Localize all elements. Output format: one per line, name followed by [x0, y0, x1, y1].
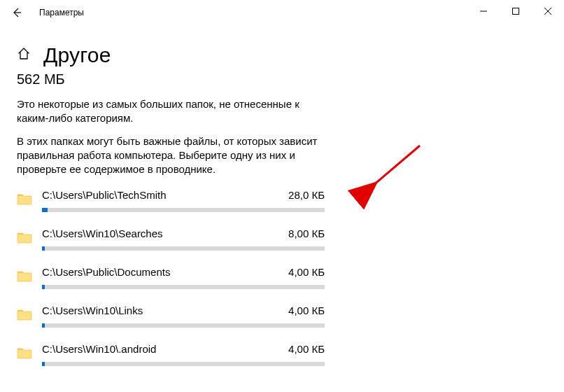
window-title: Параметры	[39, 8, 84, 18]
maximize-button[interactable]	[500, 0, 532, 22]
folder-body: C:\Users\Win10\Links 4,00 КБ	[42, 304, 325, 328]
description-1: Это некоторые из самых больших папок, не…	[17, 97, 325, 126]
folder-icon	[17, 227, 32, 244]
usage-bar-fill	[42, 246, 45, 251]
folder-icon	[17, 266, 32, 283]
folder-size: 4,00 КБ	[288, 343, 325, 355]
heading-row: Другое	[17, 43, 547, 67]
folder-size: 4,00 КБ	[288, 266, 325, 278]
folder-size: 28,0 КБ	[288, 189, 325, 201]
usage-bar-fill	[42, 208, 48, 212]
close-button[interactable]	[532, 0, 564, 22]
content-area: Другое 562 МБ Это некоторые из самых бол…	[0, 25, 564, 366]
titlebar: Параметры	[0, 0, 564, 25]
folder-icon	[17, 343, 32, 360]
usage-bar-fill	[42, 362, 45, 366]
folder-icon	[17, 304, 32, 321]
folder-path: C:\Users\Win10\Searches	[42, 227, 163, 239]
folder-body: C:\Users\Public\TechSmith 28,0 КБ	[42, 189, 325, 212]
usage-bar-track	[42, 285, 325, 289]
usage-bar-track	[42, 246, 325, 251]
description-2: В этих папках могут быть важные файлы, о…	[17, 134, 325, 177]
maximize-icon	[512, 8, 519, 15]
total-size: 562 МБ	[17, 71, 547, 88]
folder-list: C:\Users\Public\TechSmith 28,0 КБ C:\Use…	[17, 189, 325, 366]
folder-icon	[17, 189, 32, 206]
usage-bar-track	[42, 208, 325, 212]
folder-body: C:\Users\Public\Documents 4,00 КБ	[42, 266, 325, 289]
minimize-button[interactable]	[467, 0, 500, 22]
page-title: Другое	[43, 43, 111, 67]
folder-item[interactable]: C:\Users\Public\Documents 4,00 КБ	[17, 266, 325, 289]
usage-bar-track	[42, 323, 325, 328]
folder-item[interactable]: C:\Users\Win10\Links 4,00 КБ	[17, 304, 325, 328]
folder-item[interactable]: C:\Users\Public\TechSmith 28,0 КБ	[17, 189, 325, 212]
folder-path: C:\Users\Public\TechSmith	[42, 189, 167, 201]
minimize-icon	[480, 8, 487, 15]
back-button[interactable]	[0, 0, 34, 25]
folder-body: C:\Users\Win10\Searches 8,00 КБ	[42, 227, 325, 251]
home-icon[interactable]	[17, 47, 31, 64]
svg-rect-2	[513, 8, 519, 15]
window-controls	[467, 0, 564, 22]
usage-bar-track	[42, 362, 325, 366]
folder-path: C:\Users\Win10\.android	[42, 343, 156, 355]
folder-body: C:\Users\Win10\.android 4,00 КБ	[42, 343, 325, 366]
folder-item[interactable]: C:\Users\Win10\.android 4,00 КБ	[17, 343, 325, 366]
folder-size: 4,00 КБ	[288, 304, 325, 316]
folder-item[interactable]: C:\Users\Win10\Searches 8,00 КБ	[17, 227, 325, 251]
folder-path: C:\Users\Public\Documents	[42, 266, 170, 278]
folder-path: C:\Users\Win10\Links	[42, 304, 143, 316]
usage-bar-fill	[42, 285, 45, 289]
close-icon	[544, 8, 551, 15]
folder-size: 8,00 КБ	[288, 227, 325, 239]
usage-bar-fill	[42, 323, 45, 328]
arrow-left-icon	[11, 7, 22, 18]
